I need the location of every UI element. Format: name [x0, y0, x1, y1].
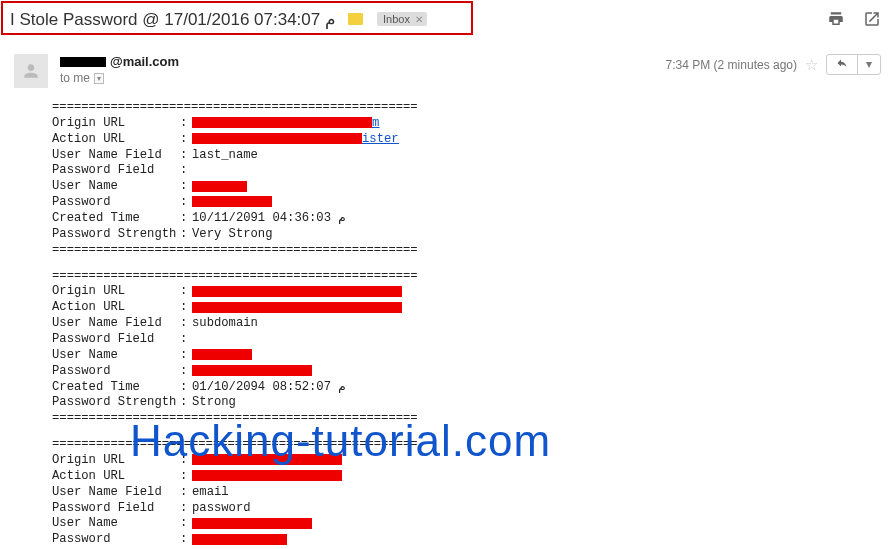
field-value [192, 179, 247, 195]
field-label: User Name [52, 516, 180, 532]
field-value: password [192, 501, 251, 517]
email-timestamp: 7:34 PM (2 minutes ago) [666, 58, 797, 72]
url-link[interactable]: ister [192, 132, 399, 146]
field-label: Action URL [52, 132, 180, 148]
body-row: Password Field : password [52, 501, 895, 517]
body-row: Password Field : [52, 163, 895, 179]
field-label: Password [52, 364, 180, 380]
field-label: Created Time [52, 211, 180, 227]
field-value: 01/10/2094 08:52:07 م [192, 380, 346, 396]
field-value: m [192, 116, 379, 132]
field-label: Password Field [52, 501, 180, 517]
redacted-value [192, 349, 252, 360]
field-label: Action URL [52, 300, 180, 316]
more-actions-button[interactable]: ▾ [857, 55, 880, 74]
field-label: Origin URL [52, 284, 180, 300]
field-label: User Name [52, 179, 180, 195]
body-row: Password Strength : Strong [52, 395, 895, 411]
star-icon[interactable]: ☆ [805, 56, 818, 74]
open-new-window-icon[interactable] [863, 10, 881, 28]
body-row: Password Field : [52, 332, 895, 348]
url-link[interactable]: m [192, 116, 379, 130]
field-label: Origin URL [52, 116, 180, 132]
field-label: Password Field [52, 163, 180, 179]
field-value [192, 469, 342, 485]
redacted-value [192, 286, 402, 297]
field-value: last_name [192, 148, 258, 164]
email-body: ========================================… [0, 90, 895, 549]
details-dropdown-icon[interactable]: ▾ [94, 73, 104, 84]
field-value [192, 300, 402, 316]
body-row: Action URL : [52, 300, 895, 316]
inbox-label-text: Inbox [383, 13, 410, 25]
field-label: Password Field [52, 332, 180, 348]
to-line-text: to me [60, 71, 90, 85]
redacted-value [192, 196, 272, 207]
email-header: @mail.com to me ▾ 7:34 PM (2 minutes ago… [0, 38, 895, 90]
body-row: User Name : [52, 348, 895, 364]
separator-line: ========================================… [52, 411, 895, 427]
field-label: Action URL [52, 469, 180, 485]
redacted-value [192, 518, 312, 529]
body-row: User Name Field : last_name [52, 148, 895, 164]
sender-address[interactable]: @mail.com [60, 54, 654, 69]
redacted-value [192, 117, 372, 128]
separator-line: ========================================… [52, 243, 895, 259]
body-row: User Name : [52, 179, 895, 195]
field-label: User Name Field [52, 316, 180, 332]
remove-label-icon[interactable]: ✕ [415, 14, 423, 25]
field-value: Very Strong [192, 227, 272, 243]
field-value: Strong [192, 395, 236, 411]
subject-bar: I Stole Password @ 17/01/2016 07:34:07 م… [0, 0, 895, 38]
folder-icon[interactable] [348, 13, 363, 25]
separator-line: ========================================… [52, 100, 895, 116]
redacted-value [192, 470, 342, 481]
print-icon[interactable] [827, 10, 845, 28]
redacted-sender-prefix [60, 57, 106, 67]
body-row: Password Strength : Very Strong [52, 227, 895, 243]
redacted-value [192, 534, 287, 545]
email-subject: I Stole Password @ 17/01/2016 07:34:07 م [10, 9, 336, 30]
redacted-value [192, 365, 312, 376]
body-row: Password : [52, 195, 895, 211]
body-row: User Name Field : subdomain [52, 316, 895, 332]
separator-line: ========================================… [52, 437, 895, 453]
field-label: Password Strength [52, 395, 180, 411]
redacted-value [192, 454, 342, 465]
field-label: Password [52, 532, 180, 548]
field-label: Created Time [52, 380, 180, 396]
redacted-value [192, 133, 362, 144]
field-value [192, 364, 312, 380]
inbox-label-chip[interactable]: Inbox ✕ [377, 12, 427, 26]
field-label: User Name Field [52, 485, 180, 501]
body-row: Origin URL : m [52, 116, 895, 132]
sender-avatar[interactable] [14, 54, 48, 88]
field-label: Password Strength [52, 227, 180, 243]
body-row: Origin URL : [52, 453, 895, 469]
field-value: subdomain [192, 316, 258, 332]
separator-line: ========================================… [52, 269, 895, 285]
link-fragment[interactable]: ister [362, 132, 399, 146]
body-row: Action URL : [52, 469, 895, 485]
reply-button[interactable] [827, 55, 857, 74]
link-fragment[interactable]: m [372, 116, 379, 130]
field-label: User Name Field [52, 148, 180, 164]
field-value [192, 348, 252, 364]
body-row: User Name Field : email [52, 485, 895, 501]
field-value: ister [192, 132, 399, 148]
field-value [192, 516, 312, 532]
field-label: Password [52, 195, 180, 211]
body-row: Created Time : 10/11/2091 04:36:03 م [52, 211, 895, 227]
field-value [192, 195, 272, 211]
body-row: Origin URL : [52, 284, 895, 300]
sender-domain: @mail.com [110, 54, 179, 69]
field-label: Origin URL [52, 453, 180, 469]
field-value: 10/11/2091 04:36:03 م [192, 211, 346, 227]
body-row: Created Time : 01/10/2094 08:52:07 م [52, 380, 895, 396]
field-label: User Name [52, 348, 180, 364]
redacted-value [192, 181, 247, 192]
field-value: email [192, 485, 229, 501]
field-value [192, 453, 342, 469]
body-row: Password : [52, 364, 895, 380]
field-value [192, 284, 402, 300]
